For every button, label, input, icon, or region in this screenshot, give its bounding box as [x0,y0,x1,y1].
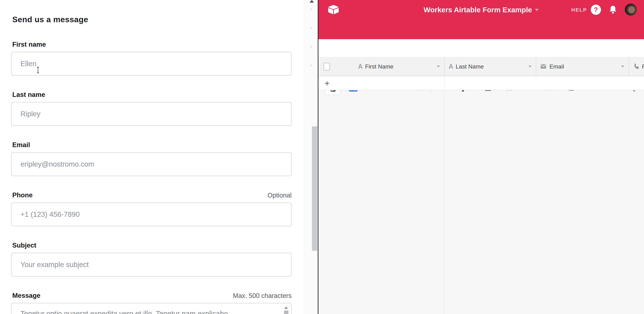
message-textarea[interactable]: Tenetur optio quaerat expedita vero et i… [11,303,292,314]
table-tabbar: Form Submissions SHARE AUTO [318,20,644,39]
phone-icon [632,63,640,70]
chevron-down-icon[interactable] [437,66,440,68]
contact-form-pane: Send us a message First name Last name E… [0,0,304,314]
text-cursor-icon [36,67,40,73]
column-header-phone[interactable]: P [632,57,644,76]
column-name: Last Name [456,63,526,70]
column-header-email[interactable]: Email [540,57,624,76]
view-toolbar: Grid view ••• </> [318,39,644,57]
subject-label: Subject [12,241,36,249]
column-header-last-name[interactable]: A Last Name [448,57,532,76]
textarea-scrollbar[interactable] [284,304,290,314]
phone-optional-hint: Optional [268,192,292,199]
message-text: Tenetur optio quaerat expedita vero et i… [20,309,266,314]
subject-input[interactable] [11,253,292,276]
phone-label: Phone [12,191,32,199]
help-question-icon[interactable]: ? [591,5,601,15]
phone-input[interactable] [11,202,292,226]
text-field-icon: A [358,63,362,70]
page-scrollbar[interactable] [304,0,318,314]
column-name: Email [550,63,619,70]
form-title: Send us a message [12,15,88,24]
column-header-first-name[interactable]: A First Name [358,57,440,76]
column-grid-line [444,91,444,314]
message-label: Message [12,292,40,299]
first-name-label: First name [12,41,46,48]
add-record-button[interactable]: + [324,77,330,90]
gutter-dot [310,65,312,67]
last-name-input[interactable] [11,102,292,126]
chevron-down-icon[interactable] [621,66,624,68]
gutter-dot [310,27,312,29]
first-name-input[interactable] [11,52,292,76]
scroll-up-arrow-icon[interactable] [284,306,288,309]
chevron-down-icon[interactable] [528,66,532,68]
column-name: P [642,63,644,70]
select-all-checkbox[interactable] [324,63,330,71]
envelope-icon [540,63,547,70]
airtable-pane: Workers Airtable Form Example HELP ? For… [318,0,644,314]
chevron-down-icon [535,9,539,11]
email-input[interactable] [11,152,292,176]
column-separator[interactable] [444,57,444,76]
text-field-icon: A [448,63,453,70]
airtable-topbar: Workers Airtable Form Example HELP ? [318,0,644,20]
help-button[interactable]: HELP [571,0,587,20]
base-title: Workers Airtable Form Example [424,6,532,14]
gutter-dot [310,46,312,48]
scrollbar-up-arrow-icon[interactable] [310,0,314,3]
column-name: First Name [365,63,434,70]
column-separator[interactable] [629,57,629,76]
scrollbar-thumb[interactable] [312,126,317,251]
column-grid-line [444,77,444,90]
notifications-bell-icon[interactable] [608,5,618,15]
email-label: Email [12,141,30,149]
column-separator[interactable] [536,57,536,76]
user-avatar[interactable] [625,4,637,16]
message-max-hint: Max. 500 characters [233,292,292,299]
gutter-dot [310,8,312,10]
textarea-scroll-thumb[interactable] [284,310,288,314]
grid-add-row[interactable] [318,77,644,90]
last-name-label: Last name [12,91,45,98]
